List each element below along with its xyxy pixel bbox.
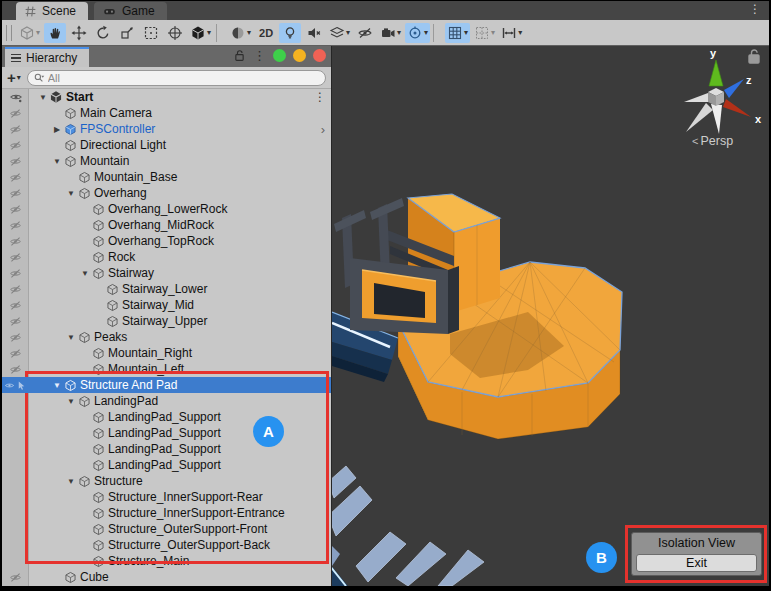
scene-visibility-gutter[interactable]: [2, 249, 29, 265]
scene-visibility-gutter[interactable]: [2, 329, 29, 345]
expander-arrow-icon[interactable]: ▼: [65, 189, 77, 198]
tabbar-menu-icon[interactable]: ⋮: [749, 2, 761, 16]
scene-visibility-gutter[interactable]: [2, 217, 29, 233]
hierarchy-row-peaks[interactable]: ▼Peaks: [2, 329, 331, 345]
scene-visibility-gutter[interactable]: [2, 265, 29, 281]
tab-game[interactable]: Game: [94, 2, 167, 20]
hidden-objects-button[interactable]: [354, 23, 376, 43]
tab-scene[interactable]: Scene: [16, 2, 88, 20]
scene-visibility-gutter[interactable]: [2, 569, 29, 585]
custom-tool-button[interactable]: ▾: [188, 23, 213, 43]
scene-visibility-gutter[interactable]: [2, 201, 29, 217]
gizmo-x-cone[interactable]: [723, 99, 751, 117]
hierarchy-row-landingpad-support[interactable]: LandingPad_Support: [2, 425, 331, 441]
scene-visibility-gutter[interactable]: [2, 537, 29, 553]
scene-visibility-gutter[interactable]: [2, 313, 29, 329]
rect-tool-button[interactable]: [140, 23, 162, 43]
scene-visibility-gutter[interactable]: [2, 425, 29, 441]
hierarchy-row-stairway-upper[interactable]: Stairway_Upper: [2, 313, 331, 329]
hierarchy-row-mountain-right[interactable]: Mountain_Right: [2, 345, 331, 361]
add-gameobject-button[interactable]: + ▾: [7, 69, 21, 86]
toolbar-drag-handle[interactable]: [6, 25, 12, 41]
scene-visibility-gutter[interactable]: [2, 105, 29, 121]
expander-arrow-icon[interactable]: ▼: [37, 93, 49, 102]
hierarchy-row-overhang-toprock[interactable]: Overhang_TopRock: [2, 233, 331, 249]
move-tool-button[interactable]: [68, 23, 90, 43]
expander-arrow-icon[interactable]: ▶: [51, 125, 63, 134]
search-field[interactable]: [27, 70, 326, 86]
scene-visibility-gutter[interactable]: [2, 457, 29, 473]
lighting-toggle-button[interactable]: [279, 23, 301, 43]
scene-visibility-gutter[interactable]: [2, 377, 29, 393]
expander-arrow-icon[interactable]: ▼: [51, 381, 63, 390]
hierarchy-row-structure-outersupport-front[interactable]: Structure_OuterSupport-Front: [2, 521, 331, 537]
expander-arrow-icon[interactable]: ▼: [51, 157, 63, 166]
gizmo-z-cone[interactable]: [724, 79, 744, 98]
grid-visibility-button[interactable]: ▾: [445, 23, 470, 43]
view-tool-dropdown[interactable]: ▾: [17, 23, 42, 43]
expander-arrow-icon[interactable]: ▼: [79, 269, 91, 278]
gizmo-persp-label[interactable]: < Persp: [692, 134, 733, 148]
hierarchy-menu-icon[interactable]: ⋮: [253, 49, 266, 62]
hierarchy-row-structure-innersupport-entrance[interactable]: Structure_InnerSupport-Entrance: [2, 505, 331, 521]
rotate-tool-button[interactable]: [92, 23, 114, 43]
scene-visibility-gutter[interactable]: [2, 409, 29, 425]
hierarchy-row-directional-light[interactable]: Directional Light: [2, 137, 331, 153]
scene-visibility-gutter[interactable]: [2, 137, 29, 153]
hand-tool-button[interactable]: [44, 23, 66, 43]
camera-settings-button[interactable]: ▾: [378, 23, 403, 43]
hierarchy-row-stairway-lower[interactable]: Stairway_Lower: [2, 281, 331, 297]
hierarchy-row-structure-main[interactable]: Structure_Main: [2, 553, 331, 569]
snap-settings-button[interactable]: ▾: [472, 23, 497, 43]
scene-visibility-gutter[interactable]: [2, 89, 29, 105]
expander-arrow-icon[interactable]: ▼: [65, 397, 77, 406]
scene-visibility-gutter[interactable]: [2, 361, 29, 377]
hierarchy-row-mountain[interactable]: ▼Mountain: [2, 153, 331, 169]
scene-visibility-gutter[interactable]: [2, 169, 29, 185]
gizmo-lock-icon[interactable]: [749, 50, 759, 63]
hierarchy-row-mountain-left[interactable]: Mountain_Left: [2, 361, 331, 377]
tab-hierarchy[interactable]: Hierarchy: [5, 47, 89, 67]
scene-visibility-gutter[interactable]: [2, 473, 29, 489]
hierarchy-row-landingpad-support[interactable]: LandingPad_Support: [2, 409, 331, 425]
scene-visibility-gutter[interactable]: [2, 345, 29, 361]
hierarchy-row-landingpad-support[interactable]: LandingPad_Support: [2, 457, 331, 473]
scene-visibility-gutter[interactable]: [2, 489, 29, 505]
scene-visibility-gutter[interactable]: [2, 553, 29, 569]
scene-visibility-gutter[interactable]: [2, 121, 29, 137]
hierarchy-row-stairway[interactable]: ▼Stairway: [2, 265, 331, 281]
audio-toggle-button[interactable]: [303, 23, 325, 43]
search-input[interactable]: [48, 72, 320, 84]
hierarchy-row-start[interactable]: ▼Start⋮: [2, 89, 331, 105]
scene-visibility-gutter[interactable]: [2, 153, 29, 169]
hierarchy-row-structurre-outersupport-back[interactable]: Structurre_OuterSupport-Back: [2, 537, 331, 553]
scene-visibility-gutter[interactable]: [2, 393, 29, 409]
hierarchy-row-overhang[interactable]: ▼Overhang: [2, 185, 331, 201]
component-tools-button[interactable]: ▾: [405, 23, 430, 43]
scene-visibility-gutter[interactable]: [2, 521, 29, 537]
scale-tool-button[interactable]: [116, 23, 138, 43]
gizmo-y-cone[interactable]: [709, 60, 723, 86]
hierarchy-row-rock[interactable]: Rock: [2, 249, 331, 265]
scene-visibility-gutter[interactable]: [2, 233, 29, 249]
hierarchy-row-stairway-mid[interactable]: Stairway_Mid: [2, 297, 331, 313]
scene-visibility-gutter[interactable]: [2, 281, 29, 297]
transform-tool-button[interactable]: [164, 23, 186, 43]
hierarchy-row-landingpad[interactable]: ▼LandingPad: [2, 393, 331, 409]
prefab-open-chevron-icon[interactable]: ›: [321, 122, 325, 137]
hierarchy-row-main-camera[interactable]: Main Camera: [2, 105, 331, 121]
scene-viewport[interactable]: y z x < Persp Isolation View Exit: [332, 46, 769, 586]
hierarchy-row-overhang-lowerrock[interactable]: Overhang_LowerRock: [2, 201, 331, 217]
scene-visibility-gutter[interactable]: [2, 297, 29, 313]
lock-icon[interactable]: [233, 49, 246, 62]
hierarchy-row-structure-and-pad[interactable]: ▼Structure And Pad: [2, 377, 331, 393]
isolation-exit-button[interactable]: Exit: [636, 554, 757, 572]
shading-mode-button[interactable]: ▾: [228, 23, 253, 43]
hierarchy-row-cube[interactable]: Cube: [2, 569, 331, 585]
scene-visibility-gutter[interactable]: [2, 441, 29, 457]
hierarchy-row-landingpad-support[interactable]: LandingPad_Support: [2, 441, 331, 457]
hierarchy-row-fpscontroller[interactable]: ▶FPSController›: [2, 121, 331, 137]
hierarchy-row-mountain-base[interactable]: Mountain_Base: [2, 169, 331, 185]
2d-toggle-button[interactable]: 2D: [255, 23, 277, 43]
row-menu-icon[interactable]: ⋮: [314, 90, 326, 104]
